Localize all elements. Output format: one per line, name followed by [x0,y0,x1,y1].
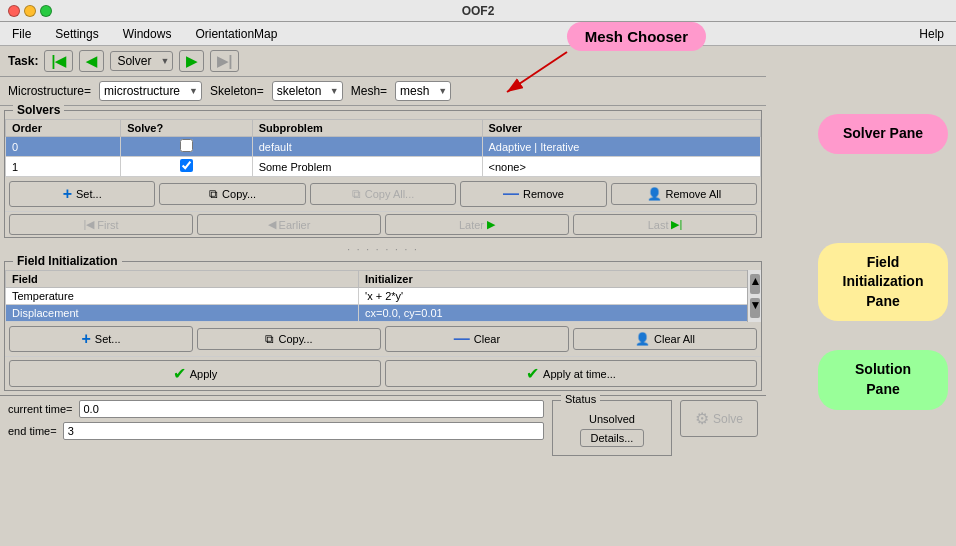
mesh-select-wrapper[interactable]: mesh [395,81,451,101]
last-icon: ▶| [217,53,232,69]
status-group-label: Status [561,393,600,405]
window-controls[interactable] [8,5,52,17]
solver-btn-row-1: + Set... ⧉ Copy... ⧉ Copy All... — Remov… [5,177,761,211]
menu-settings[interactable]: Settings [51,25,102,43]
first-nav-button[interactable]: |◀ [44,50,73,72]
back-nav-button[interactable]: ◀ [79,50,104,72]
field-init-pane-bubble: FieldInitializationPane [818,243,948,322]
end-time-input[interactable] [63,422,544,440]
current-time-row: current time= [8,400,544,418]
solvers-section-label: Solvers [13,103,64,117]
earlier-button[interactable]: ◀ Earlier [197,214,381,235]
last-nav-button[interactable]: ▶| [210,50,239,72]
field-name-1: Displacement [6,305,359,322]
menu-file[interactable]: File [8,25,35,43]
solve-button[interactable]: ⚙ Solve [680,400,758,437]
task-select-wrapper[interactable]: Solver [110,51,173,71]
first-icon: |◀ [51,53,66,69]
skeleton-select-wrapper[interactable]: skeleton [272,81,343,101]
solve-checkbox-0[interactable] [180,139,193,152]
table-row[interactable]: 0 default Adaptive | Iterative [6,137,761,157]
solution-pane-bubble: SolutionPane [818,350,948,409]
solver-subproblem-1: Some Problem [252,157,482,177]
apply-button[interactable]: ✔ Apply [9,360,381,387]
field-copy-button[interactable]: ⧉ Copy... [197,328,381,350]
field-clear-button[interactable]: — Clear [385,326,569,352]
table-row[interactable]: Displacement cx=0.0, cy=0.01 [6,305,761,322]
forward-icon: ▶ [186,53,197,69]
field-init-section: Field Initialization Field Initializer T… [4,261,762,391]
col-subproblem: Subproblem [252,120,482,137]
scroll-thumb-up: ▲ [750,274,760,294]
task-label: Task: [8,54,38,68]
maximize-button[interactable] [40,5,52,17]
field-plus-icon: + [81,330,90,348]
solver-set-button[interactable]: + Set... [9,181,155,207]
field-table: Field Initializer Temperature 'x + 2*y' … [5,270,761,322]
field-copy-icon: ⧉ [265,332,274,346]
status-value: Unsolved [589,413,635,425]
skeleton-label: Skeleton= [210,84,264,98]
current-time-input[interactable] [79,400,544,418]
solver-remove-all-button[interactable]: 👤 Remove All [611,183,757,205]
field-init-pane-area: FieldInitializationPane [774,222,948,342]
solver-order-1: 1 [6,157,121,177]
current-time-label: current time= [8,403,73,415]
solver-solve-1[interactable] [121,157,253,177]
menu-windows[interactable]: Windows [119,25,176,43]
microstructure-select[interactable]: microstructure [99,81,202,101]
later-button[interactable]: Later ▶ [385,214,569,235]
minimize-button[interactable] [24,5,36,17]
window-title: OOF2 [462,4,495,18]
last-button[interactable]: Last ▶| [573,214,757,235]
close-button[interactable] [8,5,20,17]
task-select[interactable]: Solver [110,51,173,71]
solver-copy-all-button[interactable]: ⧉ Copy All... [310,183,456,205]
left-panel: Task: |◀ ◀ Solver ▶ ▶| Microstructure= [0,46,766,546]
end-time-label: end time= [8,425,57,437]
earlier-nav-icon: ◀ [268,218,276,231]
solver-pane-bubble: Solver Pane [818,114,948,154]
mesh-row: Microstructure= microstructure Skeleton=… [0,77,766,106]
field-table-header: Field Initializer [6,271,761,288]
col-solve: Solve? [121,120,253,137]
field-set-button[interactable]: + Set... [9,326,193,352]
forward-nav-button[interactable]: ▶ [179,50,204,72]
apply-at-time-button[interactable]: ✔ Apply at time... [385,360,757,387]
solver-remove-button[interactable]: — Remove [460,181,606,207]
solver-pane-area: Solver Pane [774,54,948,214]
toolbar: Task: |◀ ◀ Solver ▶ ▶| [0,46,766,77]
mesh-select[interactable]: mesh [395,81,451,101]
minus-icon: — [503,185,519,203]
details-button[interactable]: Details... [580,429,645,447]
copy-icon: ⧉ [209,187,218,201]
table-row[interactable]: Temperature 'x + 2*y' [6,288,761,305]
main-content: Task: |◀ ◀ Solver ▶ ▶| Microstructure= [0,46,956,546]
solver-subproblem-0: default [252,137,482,157]
table-row[interactable]: 1 Some Problem <none> [6,157,761,177]
field-init-section-label: Field Initialization [13,254,122,268]
end-time-row: end time= [8,422,544,440]
menu-help[interactable]: Help [915,25,948,43]
col-field: Field [6,271,359,288]
first-nav-icon: |◀ [83,218,94,231]
right-panel: Solver Pane FieldInitializationPane Solu… [766,46,956,546]
microstructure-select-wrapper[interactable]: microstructure [99,81,202,101]
solver-solve-0[interactable] [121,137,253,157]
field-clear-all-button[interactable]: 👤 Clear All [573,328,757,350]
status-wrapper: Status Unsolved Details... [552,400,672,456]
skeleton-select[interactable]: skeleton [272,81,343,101]
col-initializer: Initializer [359,271,761,288]
field-name-0: Temperature [6,288,359,305]
solve-checkbox-1[interactable] [180,159,193,172]
scrollbar[interactable]: ▲ ▼ [747,270,761,322]
solver-nav-row: |◀ First ◀ Earlier Later ▶ Last ▶| [5,211,761,237]
first-button[interactable]: |◀ First [9,214,193,235]
menu-orientation[interactable]: OrientationMap [191,25,281,43]
field-btn-row: + Set... ⧉ Copy... — Clear 👤 Clear All [5,322,761,356]
solver-copy-button[interactable]: ⧉ Copy... [159,183,305,205]
mesh-label-text: Mesh= [351,84,387,98]
solve-icon: ⚙ [695,409,709,428]
titlebar: OOF2 [0,0,956,22]
person-icon: 👤 [647,187,662,201]
